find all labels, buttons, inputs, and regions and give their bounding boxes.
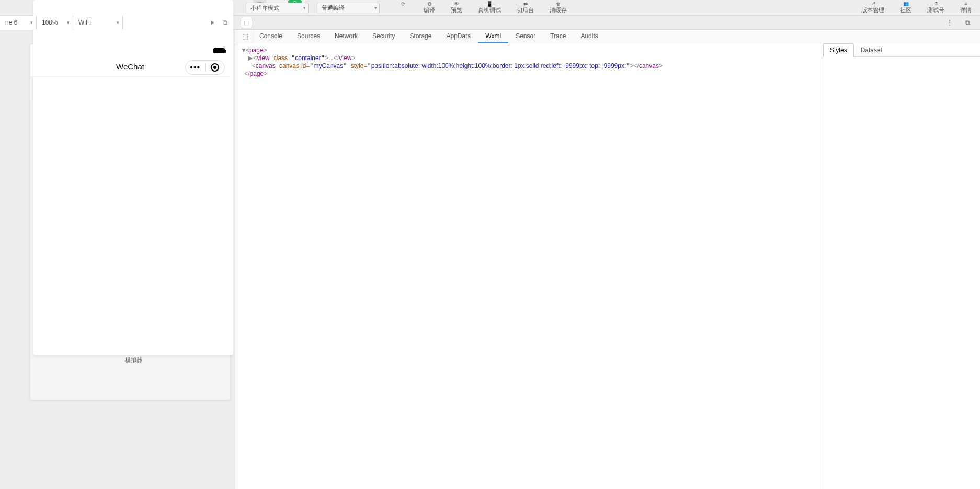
flask-icon: ⚗ <box>932 2 940 6</box>
clear-cache-label: 清缓存 <box>550 6 567 14</box>
tab-appdata[interactable]: AppData <box>439 30 478 43</box>
nav-title: WeChat <box>116 62 144 71</box>
clear-cache-button[interactable]: 🗑 清缓存 <box>550 2 567 14</box>
caret-down-icon[interactable]: ▼ <box>241 46 246 54</box>
styles-pane: Styles Dataset <box>823 43 980 489</box>
device-select[interactable]: ne 6 <box>0 16 37 30</box>
wxml-page-open: page <box>249 46 264 54</box>
mute-icon[interactable]: 🕨 <box>207 17 218 28</box>
center-tools: ⟳ ⚙ 编译 👁 预览 📱 真机调试 ⇄ 切后台 🗑 清缓存 <box>398 2 567 14</box>
wxml-canvas-id-attr: canvas-id <box>279 62 306 69</box>
trash-icon: 🗑 <box>554 2 563 6</box>
test-account-button[interactable]: ⚗ 测试号 <box>927 2 944 14</box>
version-mgmt-button[interactable]: ⎇ 版本管理 <box>861 2 884 14</box>
eye-icon: 👁 <box>452 2 461 6</box>
wxml-style-attr: style <box>351 62 364 69</box>
wxml-style-val: position:absolute; width:100%;height:100… <box>371 62 626 69</box>
capsule: ••• <box>185 60 225 75</box>
phone-icon <box>33 0 233 355</box>
devtools-corner-buttons: ⋮ ⧉ <box>944 17 978 28</box>
toolbar-center-group: 小程序模式 普通编译 ⟳ ⚙ 编译 👁 预览 📱 真机调试 ⇄ 切后台 <box>246 0 567 16</box>
tab-audits[interactable]: Audits <box>573 30 605 43</box>
tab-network[interactable]: Network <box>327 30 365 43</box>
simulator-label: 模拟器 <box>125 356 142 364</box>
preview-button[interactable]: 👁 预览 <box>451 2 462 14</box>
dock-icon[interactable]: ⧉ <box>962 17 973 28</box>
secondary-left: ne 6 100% WiFi <box>0 16 123 29</box>
wxml-tree[interactable]: ▼<page> ▶<view class="container">...</vi… <box>235 43 823 489</box>
remote-debug-button[interactable]: 📱 真机调试 <box>478 2 501 14</box>
wxml-canvas-tag: canvas <box>256 62 276 69</box>
dots-icon: ••• <box>190 63 200 72</box>
target-icon <box>211 63 219 72</box>
switch-icon: ⇄ <box>521 2 530 6</box>
refresh-button[interactable]: ⟳ <box>398 2 408 14</box>
compile-icon: ⚙ <box>425 2 434 6</box>
preview-label: 预览 <box>451 6 462 14</box>
popout-icon[interactable]: ⧉ <box>220 17 230 28</box>
wxml-view-tag: view <box>257 54 269 62</box>
tab-security[interactable]: Security <box>365 30 402 43</box>
wxml-ellipsis: ... <box>328 54 334 62</box>
tab-trace[interactable]: Trace <box>543 30 573 43</box>
wxml-page-close: page <box>250 70 264 77</box>
tab-sources[interactable]: Sources <box>290 30 327 43</box>
toolbar-right-group: ⎇ 版本管理 👥 社区 ⚗ 测试号 ≡ 详情 <box>861 0 972 16</box>
devtools-pane: ⬚ Console Sources Network Security Stora… <box>235 30 980 489</box>
battery-icon <box>213 48 225 53</box>
mode-dropdown[interactable]: 小程序模式 <box>246 3 309 13</box>
menu-icon: ≡ <box>962 2 970 6</box>
background-label: 切后台 <box>517 6 534 14</box>
branch-icon: ⎇ <box>869 2 876 6</box>
tab-sensor[interactable]: Sensor <box>508 30 543 43</box>
devtools-tabs: ⬚ Console Sources Network Security Stora… <box>235 30 980 43</box>
tab-dataset[interactable]: Dataset <box>854 43 889 56</box>
details-button[interactable]: ≡ 详情 <box>960 2 972 14</box>
remote-debug-label: 真机调试 <box>478 6 501 14</box>
test-account-label: 测试号 <box>927 6 944 14</box>
tab-storage[interactable]: Storage <box>402 30 439 43</box>
kebab-icon[interactable]: ⋮ <box>944 17 955 28</box>
wxml-canvas-id-val: myCanvas <box>314 62 344 69</box>
compile-dropdown[interactable]: 普通编译 <box>317 3 380 13</box>
capsule-menu-button[interactable]: ••• <box>186 63 205 72</box>
top-toolbar: 模拟器 编辑器 调试器 小程序模式 普通编译 ⟳ ⚙ 编译 👁 预览 <box>0 0 980 16</box>
styles-tabs: Styles Dataset <box>823 43 980 57</box>
community-label: 社区 <box>900 6 911 14</box>
tab-styles[interactable]: Styles <box>823 43 854 57</box>
phone-debug-icon: 📱 <box>485 2 494 6</box>
version-mgmt-label: 版本管理 <box>861 6 884 14</box>
capsule-close-button[interactable] <box>206 63 225 72</box>
network-select[interactable]: WiFi <box>73 16 123 30</box>
tab-console[interactable]: Console <box>252 30 290 43</box>
details-label: 详情 <box>960 6 972 14</box>
compile-label: 编译 <box>424 6 435 14</box>
wxml-view-class-attr: class <box>274 54 288 62</box>
nav-bar: WeChat ••• <box>30 57 230 77</box>
background-button[interactable]: ⇄ 切后台 <box>517 2 534 14</box>
simulator-toggle[interactable]: 模拟器 <box>33 0 233 364</box>
devtools-body: ▼<page> ▶<view class="container">...</vi… <box>235 43 980 489</box>
community-icon: 👥 <box>902 2 909 6</box>
zoom-select[interactable]: 100% <box>37 16 73 30</box>
caret-right-icon[interactable]: ▶ <box>248 54 253 62</box>
tab-wxml[interactable]: Wxml <box>478 30 508 43</box>
refresh-icon: ⟳ <box>398 2 408 6</box>
wxml-view-class-val: container <box>295 54 321 62</box>
element-picker-button[interactable]: ⬚ <box>238 30 252 43</box>
compile-button[interactable]: ⚙ 编译 <box>424 2 435 14</box>
inspect-toggle[interactable]: ⬚ <box>241 17 252 28</box>
community-button[interactable]: 👥 社区 <box>900 2 911 14</box>
